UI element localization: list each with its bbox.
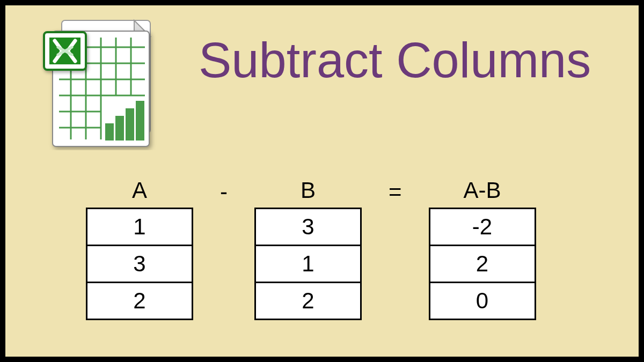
cell-result-1: 2 — [429, 245, 536, 283]
column-a-header: A — [132, 177, 147, 204]
cell-a-2: 2 — [86, 282, 193, 320]
minus-operator: - — [220, 177, 228, 204]
svg-rect-15 — [126, 108, 134, 141]
svg-rect-16 — [136, 101, 144, 141]
page-title: Subtract Columns — [199, 32, 591, 88]
cell-b-0: 3 — [254, 208, 362, 246]
cell-a-0: 1 — [86, 208, 193, 246]
cell-result-0: -2 — [429, 208, 536, 246]
column-result-header: A-B — [464, 177, 501, 204]
cell-b-2: 2 — [254, 282, 362, 320]
svg-rect-14 — [115, 116, 124, 141]
excel-icon — [38, 16, 161, 150]
column-b-header: B — [301, 177, 316, 204]
equals-operator: = — [389, 177, 402, 204]
cell-result-2: 0 — [429, 282, 536, 320]
cell-b-1: 1 — [254, 245, 362, 283]
svg-rect-13 — [105, 123, 114, 141]
column-a: A 1 3 2 — [86, 177, 193, 320]
columns-container: A 1 3 2 - B 3 1 2 = A-B -2 2 0 — [86, 177, 536, 320]
column-b: B 3 1 2 — [254, 177, 362, 320]
cell-a-1: 3 — [86, 245, 193, 283]
column-result: A-B -2 2 0 — [429, 177, 536, 320]
